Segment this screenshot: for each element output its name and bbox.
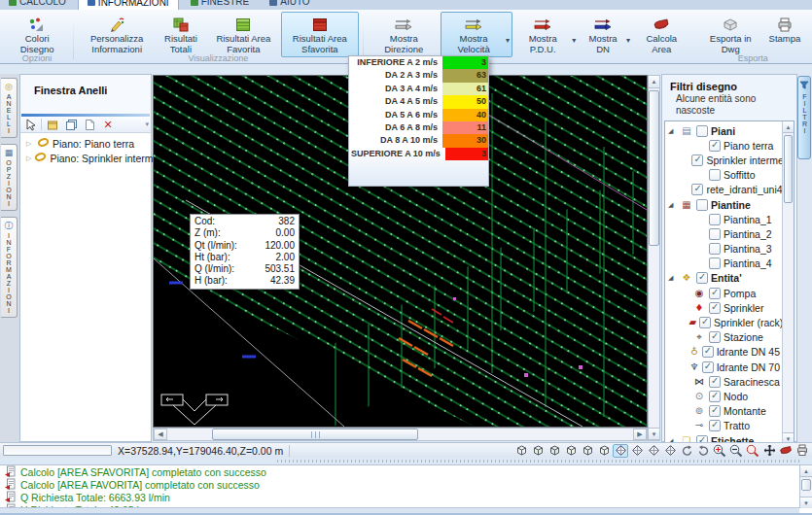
filter-row[interactable]: ❖ Entita' (667, 271, 780, 286)
axonometric-view-ne-icon[interactable] (646, 444, 661, 458)
pdu-dropdown-arrow-icon[interactable]: ▾ (572, 13, 578, 56)
visibility-checkbox[interactable] (709, 420, 721, 431)
vscroll-thumb[interactable] (649, 90, 659, 246)
edit-item-button[interactable] (45, 118, 60, 132)
legend-row[interactable]: DA 8 A 10 m/s 30 (349, 134, 488, 147)
legend-row[interactable]: SUPERIORE A 10 m/s 3 (349, 148, 488, 160)
filter-row[interactable]: ▤ Piani (667, 123, 780, 138)
filter-row[interactable]: Piantina_1 (667, 212, 780, 226)
stampa-button[interactable]: Stampa (762, 12, 807, 48)
filter-row[interactable]: ⌖ Stazione (667, 330, 780, 345)
personalizza-informazioni-button[interactable]: Personalizza Informazioni (78, 12, 156, 57)
view-cube-back-icon[interactable] (580, 444, 595, 458)
visibility-checkbox[interactable] (702, 361, 714, 373)
view-cube-top-icon[interactable] (513, 444, 529, 458)
canvas-vertical-scrollbar[interactable]: ▲ ▼ (648, 75, 660, 441)
mostra-pdu-button[interactable]: Mostra P.D.U. (513, 13, 572, 56)
log-vertical-scrollbar[interactable]: ▲ ▼ (799, 465, 812, 508)
filter-row[interactable]: Sprinkler intermedi (667, 153, 780, 167)
filter-row[interactable]: ♆ Idrante DN 70 (667, 360, 780, 374)
visibility-checkbox[interactable] (709, 169, 721, 181)
select-cursor-button[interactable] (22, 118, 38, 132)
orbit-right-icon[interactable] (695, 444, 711, 458)
visibility-checkbox[interactable] (709, 243, 721, 255)
dock-tab[interactable]: ⓘ INFORMAZIONI (1, 217, 18, 318)
log-splitter[interactable] (0, 458, 812, 464)
log-horizontal-scrollbar[interactable] (0, 507, 799, 515)
dock-tab[interactable]: ◎ ANELLI (1, 78, 18, 138)
ribbon-tab[interactable]: AIUTO (261, 0, 318, 10)
ribbon-tab[interactable]: CALCOLO (0, 0, 75, 10)
legend-row[interactable]: DA 6 A 8 m/s 11 (349, 121, 488, 134)
visibility-checkbox[interactable] (702, 346, 714, 358)
delete-item-button[interactable]: ✕ (100, 118, 116, 132)
filter-row[interactable]: ♁ Idrante DN 45 (667, 345, 780, 360)
visibility-checkbox[interactable] (709, 331, 721, 343)
zoom-out-icon[interactable] (728, 444, 744, 458)
visibility-checkbox[interactable] (691, 184, 703, 195)
plan-tree-item[interactable]: Piano: Piano terra (22, 136, 149, 151)
filter-row[interactable]: Soffitto (667, 168, 780, 183)
plan-tree-item[interactable]: Piano: Sprinkler intermedi (22, 151, 149, 165)
calculate-area-small-icon[interactable] (778, 444, 794, 458)
scroll-up-arrow-icon[interactable]: ▲ (800, 465, 812, 477)
filter-row[interactable]: ▦ Piantine (667, 197, 780, 212)
legend-row[interactable]: DA 5 A 6 m/s 40 (349, 109, 488, 121)
view-cube-right-icon[interactable] (563, 444, 579, 458)
risultati-area-sfavorita-button[interactable]: Risultati Area Sfavorita (281, 12, 359, 57)
expander-icon[interactable] (668, 201, 677, 209)
view-cube-front-icon[interactable] (530, 444, 546, 458)
visibility-checkbox[interactable] (709, 228, 721, 240)
dock-tab[interactable]: ▦ OPZIONI (1, 144, 18, 211)
scroll-right-arrow-icon[interactable]: ▶ (633, 429, 647, 440)
colori-disegno-button[interactable]: Colori Disegno (5, 12, 69, 57)
visibility-checkbox[interactable] (691, 154, 703, 166)
risultati-totali-button[interactable]: Risultati Totali (156, 12, 206, 57)
visibility-checkbox[interactable] (709, 140, 721, 152)
expander-icon[interactable] (26, 154, 31, 162)
risultati-area-favorita-button[interactable]: Risultati Area Favorita (206, 12, 281, 57)
expander-icon[interactable] (668, 127, 677, 135)
visibility-checkbox[interactable] (709, 302, 721, 314)
mostra-direzione-button[interactable]: Mostra Direzione (368, 12, 441, 57)
filter-row[interactable]: ⋈ Saracinesca (667, 374, 780, 389)
toolbar-overflow-arrow-icon[interactable]: ▾ (145, 120, 149, 128)
axonometric-view-sw-icon[interactable] (613, 444, 628, 458)
visibility-checkbox[interactable] (696, 125, 708, 137)
legend-row[interactable]: DA 4 A 5 m/s 50 (349, 95, 488, 108)
filter-row[interactable]: ⊸ Tratto (667, 419, 780, 433)
velocity-dropdown-arrow-icon[interactable]: ▾ (506, 13, 512, 56)
filters-scroll-thumb[interactable] (784, 135, 793, 203)
view-cube-left-icon[interactable] (547, 444, 562, 458)
zoom-extents-icon[interactable] (712, 444, 727, 458)
orbit-left-icon[interactable] (679, 444, 694, 458)
pan-icon[interactable] (761, 444, 777, 458)
visibility-checkbox[interactable] (709, 376, 721, 388)
hscroll-thumb[interactable] (212, 429, 418, 440)
esporta-dwg-button[interactable]: Esporta in Dwg (698, 12, 762, 57)
expander-icon[interactable] (26, 140, 34, 148)
legend-row[interactable]: INFERIORE A 2 m/s 3 (349, 56, 488, 69)
filter-row[interactable]: Piantina_3 (667, 242, 780, 257)
filter-row[interactable]: ▰ Sprinkler (rack) (667, 315, 780, 329)
new-item-button[interactable] (82, 118, 97, 132)
canvas-horizontal-scrollbar[interactable]: ◀ ▶ (153, 428, 648, 441)
filter-row[interactable]: Piantina_4 (667, 257, 780, 271)
filter-row[interactable]: rete_idranti_uni45 (667, 183, 780, 197)
scroll-left-arrow-icon[interactable]: ◀ (154, 429, 167, 440)
visibility-checkbox[interactable] (709, 214, 721, 225)
filtri-dock-tab[interactable]: FILTRI (797, 76, 811, 159)
filter-row[interactable]: ⊚ Montante (667, 404, 780, 419)
filters-scrollbar[interactable]: ▲ ▼ (782, 121, 794, 444)
print-small-icon[interactable] (794, 444, 810, 458)
legend-row[interactable]: DA 2 A 3 m/s 63 (349, 69, 488, 82)
visibility-checkbox[interactable] (709, 391, 721, 402)
mostra-dn-button[interactable]: Mostra DN (580, 13, 626, 56)
legend-row[interactable]: DA 3 A 4 m/s 61 (349, 83, 488, 95)
scroll-up-arrow-icon[interactable]: ▲ (649, 76, 659, 88)
visibility-checkbox[interactable] (699, 317, 711, 328)
ribbon-tab[interactable]: INFORMAZIONI (78, 0, 179, 10)
filter-row[interactable]: ⊙ Nodo (667, 389, 780, 403)
filter-row[interactable]: Piano terra (667, 138, 780, 153)
mostra-velocita-button[interactable]: Mostra Velocità (441, 13, 506, 56)
